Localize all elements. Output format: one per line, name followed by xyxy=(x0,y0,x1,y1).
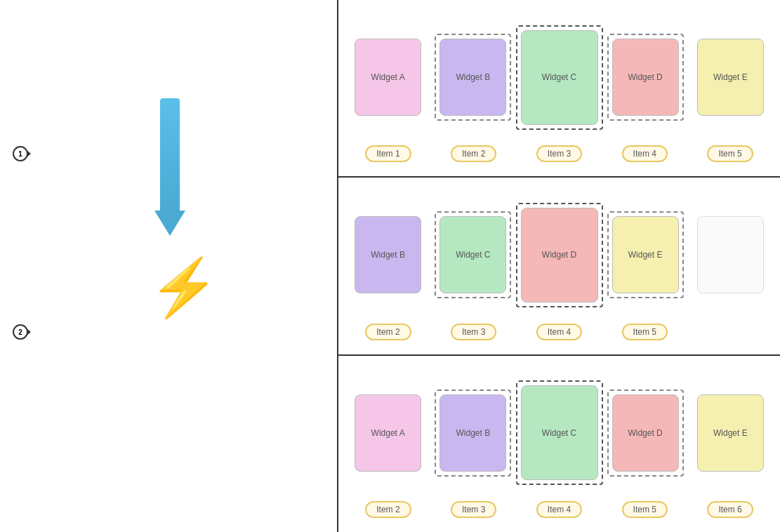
item-label-1-4: Item 4 xyxy=(622,145,668,162)
blue-arrow xyxy=(154,98,185,236)
item-slot-1-4: Item 4 xyxy=(602,145,687,169)
item-label-2-2: Item 3 xyxy=(451,324,496,340)
widget-c-box-2: Widget C xyxy=(439,216,506,293)
widget-b-box-1: Widget B xyxy=(439,39,506,116)
widget-c-dashed-2: Widget C xyxy=(435,211,511,298)
widget-slot-2-2: Widget C xyxy=(430,211,515,298)
item-slot-2-5 xyxy=(687,324,773,347)
widget-slot-1-2: Widget B xyxy=(430,34,515,121)
step-1-circle: 1 xyxy=(13,146,28,161)
item-label-1-1: Item 1 xyxy=(365,145,411,162)
item-slot-3-2: Item 3 xyxy=(431,501,517,525)
widget-slot-1-5: Widget E xyxy=(688,39,773,116)
widget-b-box-2: Widget B xyxy=(355,216,421,293)
row-3-items: Item 2 Item 3 Item 4 Item 5 Item 6 xyxy=(345,501,773,525)
widget-slot-3-2: Widget B xyxy=(430,390,515,477)
item-label-1-2: Item 2 xyxy=(451,145,496,162)
row-1-items: Item 1 Item 2 Item 3 Item 4 Item 5 xyxy=(345,145,773,169)
item-label-3-4: Item 5 xyxy=(622,501,668,518)
item-label-3-3: Item 4 xyxy=(536,501,582,518)
item-slot-1-1: Item 1 xyxy=(345,145,431,169)
row-3: Widget A Widget B Widget C xyxy=(338,356,780,532)
item-label-2-4: Item 5 xyxy=(622,324,668,340)
step-2-circle: 2 xyxy=(13,324,28,340)
widget-e-dashed-2: Widget E xyxy=(607,211,684,298)
item-slot-3-1: Item 2 xyxy=(345,501,431,525)
blue-arrow-head xyxy=(154,211,185,236)
widget-slot-3-1: Widget A xyxy=(345,394,430,472)
widget-d-dashed-1: Widget D xyxy=(607,34,684,121)
widget-slot-3-3: Widget C xyxy=(516,380,603,485)
item-slot-2-2: Item 3 xyxy=(431,324,517,347)
item-slot-2-4: Item 5 xyxy=(602,324,687,347)
item-slot-3-4: Item 5 xyxy=(602,501,687,525)
row-2-items: Item 2 Item 3 Item 4 Item 5 xyxy=(345,324,773,347)
item-label-3-2: Item 3 xyxy=(451,501,496,518)
widget-a-box-3: Widget A xyxy=(355,394,421,472)
item-label-3-5: Item 6 xyxy=(707,501,753,518)
item-slot-3-5: Item 6 xyxy=(687,501,773,525)
item-label-2-1: Item 2 xyxy=(365,324,411,340)
item-label-3-1: Item 2 xyxy=(365,501,411,518)
widget-slot-2-1: Widget B xyxy=(345,216,430,293)
widget-slot-3-4: Widget D xyxy=(603,390,688,477)
item-slot-2-3: Item 4 xyxy=(517,324,602,347)
blue-arrow-body xyxy=(160,98,180,211)
item-slot-1-2: Item 2 xyxy=(431,145,517,169)
item-slot-2-1: Item 2 xyxy=(345,324,431,347)
widget-c-box-1: Widget C xyxy=(521,30,598,125)
widget-c-dashed-1: Widget C xyxy=(516,25,603,130)
item-label-1-5: Item 5 xyxy=(707,145,753,162)
item-label-1-3: Item 3 xyxy=(536,145,582,162)
right-panel: Widget A Widget B Widget C xyxy=(337,0,780,532)
widget-slot-1-3: Widget C xyxy=(516,25,603,130)
widget-d-dashed-3: Widget D xyxy=(607,390,684,477)
widget-slot-1-4: Widget D xyxy=(603,34,688,121)
widget-slot-2-5 xyxy=(688,216,773,293)
widget-e-box-3: Widget E xyxy=(697,394,764,472)
widget-slot-2-4: Widget E xyxy=(603,211,688,298)
widget-a-box-1: Widget A xyxy=(355,39,421,116)
widget-slot-1-1: Widget A xyxy=(345,39,430,116)
widget-d-box-2: Widget D xyxy=(521,208,598,302)
widget-d-box-1: Widget D xyxy=(612,39,679,116)
row-2: Widget B Widget C Widget D xyxy=(338,178,780,355)
row-2-widgets: Widget B Widget C Widget D xyxy=(345,188,773,321)
row-1: Widget A Widget B Widget C xyxy=(338,0,780,178)
step-2-indicator: 2 xyxy=(13,324,28,340)
widget-b-box-3: Widget B xyxy=(439,394,506,472)
left-panel: 1 2 ⚡ xyxy=(0,0,337,532)
widget-e-box-1: Widget E xyxy=(697,39,764,116)
item-label-2-3: Item 4 xyxy=(536,324,582,340)
widget-b-dashed-3: Widget B xyxy=(435,390,511,477)
widget-slot-3-5: Widget E xyxy=(688,394,773,472)
step-1-indicator: 1 xyxy=(13,146,28,161)
widget-empty-box-2 xyxy=(697,216,764,293)
widget-slot-2-3: Widget D xyxy=(516,203,603,307)
row-1-widgets: Widget A Widget B Widget C xyxy=(345,11,773,144)
lightning-bolt: ⚡ xyxy=(149,260,219,316)
item-slot-1-3: Item 3 xyxy=(517,145,602,169)
widget-b-dashed-1: Widget B xyxy=(435,34,511,121)
row-3-widgets: Widget A Widget B Widget C xyxy=(345,366,773,500)
main-container: 1 2 ⚡ Widget A xyxy=(0,0,780,532)
item-slot-1-5: Item 5 xyxy=(687,145,773,169)
widget-d-dashed-2: Widget D xyxy=(516,203,603,307)
widget-c-dashed-3: Widget C xyxy=(516,380,603,485)
widget-e-box-2: Widget E xyxy=(612,216,679,293)
widget-c-box-3: Widget C xyxy=(521,385,598,480)
item-slot-3-3: Item 4 xyxy=(517,501,602,525)
widget-d-box-3: Widget D xyxy=(612,394,679,472)
